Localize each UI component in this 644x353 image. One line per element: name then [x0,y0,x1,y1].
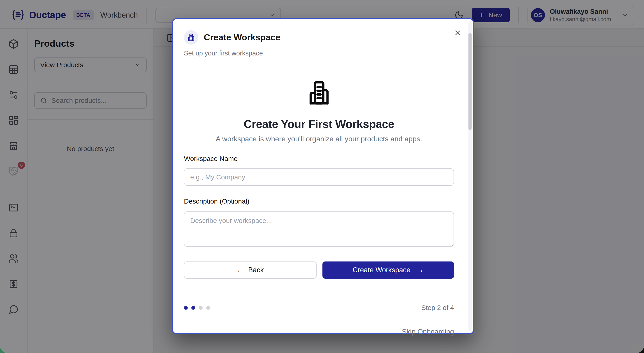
step-indicator: Step 2 of 4 [421,304,454,312]
create-workspace-button[interactable]: Create Workspace → [322,262,454,279]
description-textarea[interactable] [184,211,454,247]
modal-subtitle: Set up your first workspace [184,50,454,57]
workspace-name-label: Workspace Name [184,155,454,163]
hero-heading: Create Your First Workspace [184,118,454,131]
skip-onboarding-link[interactable]: Skip Onboarding [402,328,454,336]
building-icon [187,33,195,41]
hero-description: A workspace is where you'll organize all… [184,135,454,143]
workspace-badge-icon-wrap [184,30,198,45]
modal-divider [184,297,454,297]
back-button[interactable]: ← Back [184,262,316,279]
arrow-left-icon: ← [237,266,244,274]
arrow-right-icon: → [417,266,424,274]
modal-title: Create Workspace [204,32,280,42]
progress-dot [206,306,210,310]
create-workspace-label: Create Workspace [353,266,410,274]
building-icon [306,80,332,105]
app-window: Ductape BETA Workbench + New OS [0,0,644,353]
create-workspace-modal: Create Workspace Set up your first works… [172,18,474,334]
description-label: Description (Optional) [184,197,454,205]
progress-dot [199,306,203,310]
back-button-label: Back [248,266,264,274]
progress-dots [184,306,210,310]
progress-dot [184,306,188,310]
workspace-name-input[interactable] [184,168,454,186]
progress-dot [191,306,195,310]
